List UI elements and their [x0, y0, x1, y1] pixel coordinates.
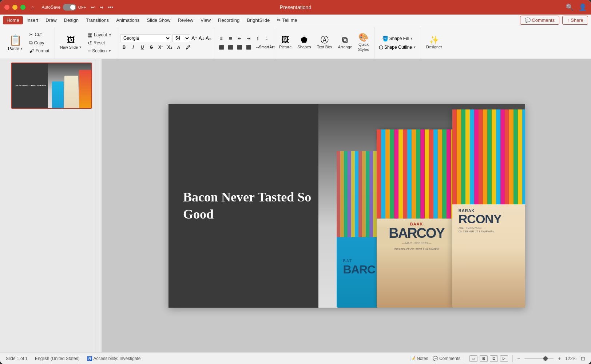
align-right-button[interactable]: ⬛: [235, 43, 243, 51]
search-icon[interactable]: 🔍: [566, 3, 574, 11]
zoom-level[interactable]: 122%: [565, 356, 576, 361]
undo-icon[interactable]: ↩: [91, 4, 95, 10]
font-size-select[interactable]: 54: [172, 34, 190, 42]
highlight-button[interactable]: 🖍: [184, 43, 192, 51]
redo-icon[interactable]: ↪: [99, 4, 104, 10]
autosave-state: OFF: [78, 5, 86, 9]
format-painter-icon: 🖌: [29, 48, 34, 54]
close-button[interactable]: [4, 5, 9, 10]
quick-styles-button[interactable]: 🎨 QuickStyles: [356, 32, 371, 53]
reset-button[interactable]: ↺ Reset: [86, 39, 114, 47]
comments-button[interactable]: 💬 Comments: [433, 356, 460, 361]
slide-info: Slide 1 of 1: [6, 356, 28, 361]
maximize-button[interactable]: [20, 5, 25, 10]
minimize-button[interactable]: [12, 5, 17, 10]
zoom-in-icon[interactable]: +: [558, 356, 561, 361]
shape-outline-chevron: ▼: [413, 45, 416, 49]
more-commands-icon[interactable]: •••: [108, 4, 114, 10]
layout-button[interactable]: ▦ Layout ▼: [86, 31, 114, 39]
pkg-right-body: BARAK RCONY ANE - FBARCKON3 — ON TIEBNER…: [452, 109, 525, 308]
menu-item-tell-me[interactable]: ✏ Tell me: [273, 16, 301, 24]
title-bar-right: 🔍 👤: [566, 3, 587, 11]
fit-slide-icon[interactable]: ⊡: [581, 356, 585, 361]
normal-view-button[interactable]: ▭: [469, 355, 477, 362]
thumb-pkg-right: [79, 70, 91, 108]
menu-item-home[interactable]: Home: [3, 16, 23, 24]
copy-button[interactable]: ⧉ Copy: [27, 39, 52, 47]
decrease-font-icon[interactable]: A↓: [198, 35, 204, 41]
shape-format-group: 🪣 Shape Fill ▼ ⬡ Shape Outline ▼: [374, 27, 421, 59]
paste-icon: 📋: [9, 34, 22, 46]
paste-button[interactable]: 📋 Paste ▼: [6, 33, 25, 53]
share-button[interactable]: ↑ Share: [562, 16, 588, 25]
home-icon[interactable]: ⌂: [31, 4, 34, 10]
shapes-button[interactable]: ⬟ Shapes: [295, 35, 313, 51]
copy-label: Copy: [34, 40, 44, 45]
quick-styles-label: QuickStyles: [358, 42, 369, 52]
line-spacing-button[interactable]: ↕: [263, 35, 271, 43]
pkg-right-desc: ON TIEBNER UT 3 ANAPWIEN: [459, 230, 523, 233]
menu-item-transitions[interactable]: Transitions: [82, 16, 112, 24]
slide-sorter-button[interactable]: ⊞: [480, 355, 488, 362]
comments-button[interactable]: 💬 Comments: [520, 16, 559, 25]
menu-item-recording[interactable]: Recording: [214, 16, 243, 24]
notes-button[interactable]: 📝 Notes: [410, 356, 428, 361]
convert-smartart-button[interactable]: SmartArt: [263, 43, 271, 51]
presenter-view-button[interactable]: ▷: [500, 355, 508, 362]
canvas-area[interactable]: Bacon Never Tasted So Good BAT BARC: [95, 59, 591, 352]
clear-format-icon[interactable]: Aₓ: [206, 35, 211, 41]
section-button[interactable]: ≡ Section ▼: [86, 47, 114, 55]
new-slide-button[interactable]: 🖼 New Slide ▼: [58, 35, 84, 51]
text-box-button[interactable]: Ⓐ Text Box: [315, 35, 334, 51]
zoom-slider[interactable]: [524, 358, 554, 359]
strikethrough-button[interactable]: S: [147, 43, 155, 51]
section-label: Section: [92, 48, 107, 53]
superscript-button[interactable]: X²: [156, 43, 164, 51]
align-center-button[interactable]: ⬛: [226, 43, 234, 51]
decrease-indent-button[interactable]: ⇤: [235, 35, 243, 43]
font-group: Georgia 54 A↑ A↓ Aₓ B I U S X² X₂ A: [117, 27, 214, 59]
profile-icon[interactable]: 👤: [579, 3, 587, 11]
accessibility-indicator[interactable]: ♿ Accessibility: Investigate: [87, 356, 141, 361]
menu-item-draw[interactable]: Draw: [42, 16, 60, 24]
reset-icon: ↺: [88, 40, 92, 46]
slide-thumbnail[interactable]: Bacon Never Tasted So Good: [11, 63, 92, 109]
font-family-select[interactable]: Georgia: [120, 34, 171, 42]
columns-button[interactable]: ⫿: [254, 35, 262, 43]
reading-view-button[interactable]: ⊡: [490, 355, 498, 362]
arrange-button[interactable]: ⧉ Arrange: [336, 35, 354, 51]
font-color-button[interactable]: A: [175, 43, 183, 51]
designer-button[interactable]: ✨ Designer: [424, 35, 444, 51]
italic-button[interactable]: I: [129, 43, 137, 51]
pkg-center-brand: BARCOY: [385, 226, 449, 240]
menu-item-review[interactable]: Review: [174, 16, 197, 24]
shape-outline-button[interactable]: ⬡ Shape Outline ▼: [377, 44, 418, 51]
slide-canvas[interactable]: Bacon Never Tasted So Good BAT BARC: [168, 104, 525, 308]
cut-button[interactable]: ✂ Cut: [27, 31, 52, 38]
menu-item-view[interactable]: View: [197, 16, 214, 24]
package-right: BARAK RCONY ANE - FBARCKON3 — ON TIEBNER…: [452, 109, 525, 308]
menu-item-animations[interactable]: Animations: [112, 16, 143, 24]
menu-item-slideshow[interactable]: Slide Show: [143, 16, 174, 24]
title-bar: ⌂ AutoSave OFF ↩ ↪ ••• Presentation4 🔍 👤: [0, 0, 591, 15]
numbering-button[interactable]: ≣: [226, 35, 234, 43]
bullets-button[interactable]: ≡: [217, 35, 225, 43]
format-painter-button[interactable]: 🖌 Format: [27, 47, 52, 55]
justify-button[interactable]: ⬛: [245, 43, 253, 51]
bold-button[interactable]: B: [120, 43, 128, 51]
menu-item-brightslide[interactable]: BrightSlide: [243, 16, 273, 24]
underline-button[interactable]: U: [138, 43, 146, 51]
thumb-left-area: Bacon Never Tasted So Good: [12, 63, 49, 108]
designer-label: Designer: [426, 45, 442, 49]
align-left-button[interactable]: ⬛: [217, 43, 225, 51]
menu-item-insert[interactable]: Insert: [23, 16, 42, 24]
increase-indent-button[interactable]: ⇥: [245, 35, 253, 43]
menu-item-design[interactable]: Design: [60, 16, 82, 24]
subscript-button[interactable]: X₂: [166, 43, 174, 51]
section-icon: ≡: [88, 48, 91, 54]
shape-fill-button[interactable]: 🪣 Shape Fill ▼: [381, 35, 415, 42]
increase-font-icon[interactable]: A↑: [191, 35, 197, 41]
zoom-out-icon[interactable]: −: [517, 356, 520, 361]
picture-button[interactable]: 🖼 Picture: [277, 35, 294, 51]
autosave-toggle[interactable]: [63, 4, 76, 11]
